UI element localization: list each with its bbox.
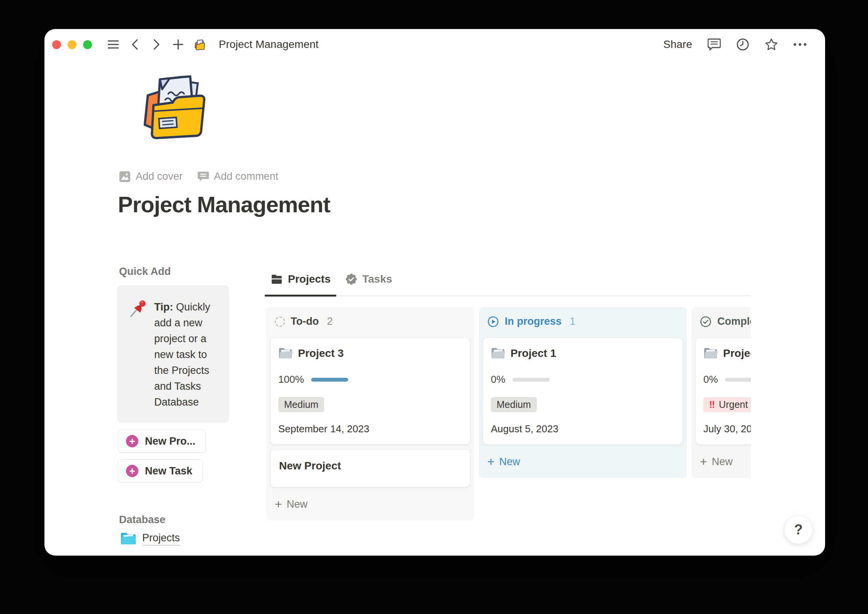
- more-options-icon[interactable]: [793, 38, 807, 51]
- projects-database-link[interactable]: Projects: [142, 532, 180, 546]
- menu-icon[interactable]: [107, 38, 120, 51]
- column-complete-new-button[interactable]: + New: [691, 455, 751, 468]
- card-date: August 5, 2023: [491, 423, 675, 435]
- database-heading: Database: [119, 514, 165, 526]
- column-in-progress-header[interactable]: In progress 1: [479, 307, 687, 327]
- tab-tasks-label: Tasks: [363, 273, 392, 285]
- column-todo-new-button[interactable]: + New: [266, 498, 474, 510]
- database-projects-row: Projects: [120, 532, 180, 546]
- column-todo: To-do 2 Project 3: [266, 307, 474, 520]
- column-todo-header[interactable]: To-do 2: [266, 307, 474, 327]
- plus-circle-icon: +: [126, 435, 138, 447]
- close-window-button[interactable]: [52, 40, 61, 49]
- progress-percent: 100%: [278, 374, 304, 385]
- tip-callout: Tip: Quickly add a new project or a new …: [117, 285, 229, 423]
- progress-row: 0%: [703, 374, 751, 385]
- column-in-progress-count: 1: [570, 316, 575, 327]
- zoom-window-button[interactable]: [83, 40, 92, 49]
- plus-icon: +: [700, 455, 707, 468]
- add-comment-button[interactable]: Add comment: [197, 171, 279, 182]
- favorite-star-icon[interactable]: [765, 38, 778, 51]
- todo-status-icon: [275, 317, 285, 327]
- progress-percent: 0%: [491, 374, 505, 385]
- card-title: Project 3: [298, 347, 344, 360]
- board-tabs: Projects Tasks: [271, 271, 751, 288]
- titlebar-title: Project Management: [219, 38, 318, 51]
- board-columns: To-do 2 Project 3: [265, 307, 751, 520]
- tab-divider: [265, 295, 751, 297]
- progress-bar: [725, 378, 751, 382]
- card-project-2[interactable]: Project 2 0% ‼ Urgent: [695, 338, 751, 445]
- gray-folder-icon: [491, 347, 505, 360]
- tab-tasks[interactable]: Tasks: [345, 273, 392, 285]
- titlebar: Project Management Share: [44, 29, 825, 60]
- add-cover-button[interactable]: Add cover: [119, 171, 183, 182]
- plus-icon: +: [487, 455, 495, 468]
- help-button[interactable]: ?: [784, 515, 813, 544]
- page-actions-row: Add cover Add comment: [119, 171, 278, 182]
- card-title: Project 2: [723, 347, 751, 360]
- share-button[interactable]: Share: [663, 38, 692, 51]
- history-clock-icon[interactable]: [736, 38, 749, 51]
- page-folder-mini-icon: [193, 38, 206, 51]
- plus-circle-icon: +: [126, 465, 138, 477]
- card-project-3[interactable]: Project 3 100% Medium September 14, 2023: [270, 338, 470, 445]
- priority-tag: Medium: [491, 397, 537, 412]
- app-window: Project Management Share: [44, 29, 825, 556]
- new-project-button[interactable]: + New Pro...: [118, 430, 206, 453]
- image-icon: [119, 171, 131, 182]
- page-title: Project Management: [118, 191, 330, 217]
- folder-icon: [271, 274, 283, 285]
- in-progress-status-icon: [487, 316, 499, 327]
- active-tab-indicator: [265, 295, 336, 297]
- new-project-button-label: New Pro...: [145, 435, 196, 447]
- plus-icon: +: [275, 498, 282, 510]
- card-date: September 14, 2023: [278, 423, 462, 435]
- new-tab-icon[interactable]: [172, 38, 185, 51]
- add-cover-label: Add cover: [136, 171, 183, 182]
- column-todo-count: 2: [327, 316, 333, 327]
- tab-projects[interactable]: Projects: [271, 273, 331, 285]
- progress-percent: 0%: [703, 374, 718, 385]
- add-comment-label: Add comment: [214, 171, 279, 182]
- card-date: July 30, 2023: [703, 423, 751, 435]
- comment-icon: [197, 171, 209, 182]
- cyan-folder-icon: [120, 532, 136, 546]
- back-icon[interactable]: [128, 38, 141, 51]
- progress-bar: [311, 378, 348, 382]
- page-icon-folder[interactable]: [136, 69, 212, 141]
- column-in-progress-new-button[interactable]: + New: [479, 455, 687, 468]
- tip-text: Tip: Quickly add a new project or a new …: [154, 299, 220, 415]
- column-complete-header[interactable]: Complete: [691, 307, 751, 327]
- tab-projects-label: Projects: [288, 273, 331, 285]
- gray-folder-icon: [278, 347, 293, 360]
- column-complete: Complete Project 2: [691, 307, 751, 478]
- priority-tag: Medium: [278, 397, 324, 412]
- quick-add-heading: Quick Add: [119, 266, 171, 278]
- gray-folder-icon: [703, 347, 718, 360]
- new-task-button-label: New Task: [145, 465, 192, 477]
- kanban-board: Projects Tasks: [265, 271, 751, 549]
- priority-tag-urgent: ‼ Urgent: [703, 397, 751, 412]
- column-in-progress: In progress 1 Project 1: [479, 307, 687, 478]
- draft-card-title: New Project: [279, 460, 461, 472]
- card-title: Project 1: [511, 347, 556, 360]
- progress-row: 100%: [278, 374, 462, 385]
- column-in-progress-label: In progress: [505, 316, 562, 327]
- column-complete-label: Complete: [717, 316, 751, 327]
- pushpin-icon: [129, 299, 146, 318]
- progress-bar: [512, 378, 550, 382]
- new-task-button[interactable]: + New Task: [118, 459, 203, 483]
- card-project-1[interactable]: Project 1 0% Medium August 5, 2023: [483, 338, 683, 445]
- column-todo-label: To-do: [291, 316, 319, 327]
- tip-label: Tip:: [154, 301, 173, 313]
- traffic-lights: [52, 40, 92, 49]
- double-exclamation-icon: ‼: [709, 399, 715, 410]
- progress-row: 0%: [491, 374, 675, 385]
- comments-icon[interactable]: [708, 38, 721, 51]
- new-project-draft-card[interactable]: New Project: [270, 449, 470, 487]
- minimize-window-button[interactable]: [68, 40, 77, 49]
- forward-icon[interactable]: [150, 38, 163, 51]
- badge-check-icon: [345, 273, 357, 285]
- complete-status-icon: [700, 316, 711, 327]
